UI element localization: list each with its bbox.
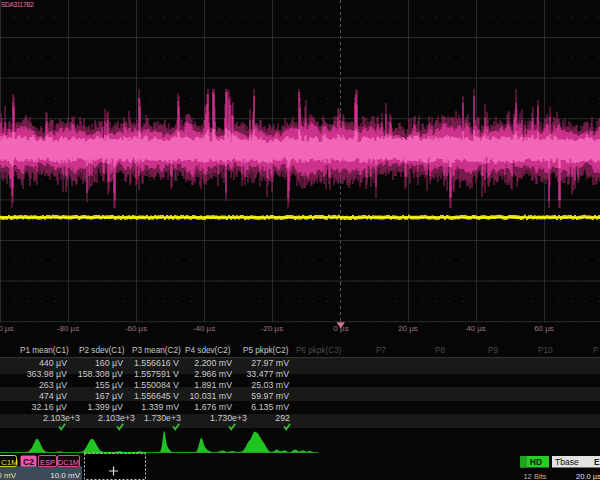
svg-text:2.103e+3: 2.103e+3 — [43, 413, 80, 423]
svg-text:160 µV: 160 µV — [95, 358, 123, 368]
svg-text:1.556645 V: 1.556645 V — [134, 391, 179, 401]
svg-text:27.97 mV: 27.97 mV — [251, 358, 289, 368]
svg-text:P10: P10 — [538, 346, 553, 355]
svg-text:C2: C2 — [23, 457, 34, 467]
svg-text:E: E — [594, 457, 600, 467]
svg-text:40 µs: 40 µs — [466, 324, 486, 333]
svg-text:25.03 mV: 25.03 mV — [251, 380, 289, 390]
svg-text:1.556616 V: 1.556616 V — [134, 358, 179, 368]
svg-text:1.730e+3: 1.730e+3 — [210, 413, 247, 423]
svg-text:292: 292 — [275, 413, 290, 423]
svg-text:2.103e+3: 2.103e+3 — [98, 413, 135, 423]
svg-text:1.557591 V: 1.557591 V — [134, 369, 179, 379]
svg-text:1.730e+3: 1.730e+3 — [144, 413, 181, 423]
svg-text:C1M: C1M — [1, 458, 18, 467]
svg-text:1.399 µV: 1.399 µV — [88, 402, 124, 412]
svg-text:P7: P7 — [376, 346, 386, 355]
svg-text:6.135 mV: 6.135 mV — [251, 402, 289, 412]
svg-text:363.98 µV: 363.98 µV — [27, 369, 67, 379]
svg-text:2.200 mV: 2.200 mV — [194, 358, 232, 368]
svg-text:ESP: ESP — [40, 458, 55, 467]
svg-text:P: P — [593, 346, 599, 355]
svg-text:0 mV: 0 mV — [0, 471, 17, 480]
svg-text:-80 µs: -80 µs — [57, 324, 79, 333]
svg-text:158.308 µV: 158.308 µV — [78, 369, 123, 379]
svg-text:-100 µs: -100 µs — [0, 324, 13, 333]
svg-text:-60 µs: -60 µs — [125, 324, 147, 333]
svg-text:155 µV: 155 µV — [95, 380, 123, 390]
svg-text:P5 pkpk(C2): P5 pkpk(C2) — [243, 346, 289, 355]
svg-text:1.339 mV: 1.339 mV — [141, 402, 179, 412]
svg-text:1.891 mV: 1.891 mV — [194, 380, 232, 390]
svg-text:33.477 mV: 33.477 mV — [246, 369, 289, 379]
svg-text:60 µs: 60 µs — [534, 324, 554, 333]
svg-text:DC1M: DC1M — [58, 458, 79, 467]
svg-text:-40 µs: -40 µs — [193, 324, 215, 333]
svg-text:Tbase: Tbase — [555, 457, 579, 467]
svg-text:263 µV: 263 µV — [39, 380, 67, 390]
svg-text:P6 pkpk(C3): P6 pkpk(C3) — [296, 346, 342, 355]
svg-text:P3 mean(C2): P3 mean(C2) — [132, 346, 181, 355]
svg-text:10.031 mV: 10.031 mV — [189, 391, 232, 401]
svg-text:1.550084 V: 1.550084 V — [134, 380, 179, 390]
svg-text:20 µs: 20 µs — [398, 324, 418, 333]
svg-text:P1 mean(C1): P1 mean(C1) — [20, 346, 69, 355]
svg-text:474 µV: 474 µV — [39, 391, 67, 401]
svg-text:1.676 mV: 1.676 mV — [194, 402, 232, 412]
svg-text:2.966 mV: 2.966 mV — [194, 369, 232, 379]
svg-text:20.0 µs: 20.0 µs — [576, 472, 600, 480]
svg-text:167 µV: 167 µV — [95, 391, 123, 401]
svg-text:P4 sdev(C2): P4 sdev(C2) — [185, 346, 231, 355]
svg-text:SDA3117B2: SDA3117B2 — [1, 1, 34, 8]
svg-text:-20 µs: -20 µs — [261, 324, 283, 333]
svg-text:32.16 µV: 32.16 µV — [32, 402, 68, 412]
svg-text:10.0 mV: 10.0 mV — [50, 471, 80, 480]
svg-text:HD: HD — [530, 457, 542, 467]
svg-text:P2 sdev(C1): P2 sdev(C1) — [79, 346, 125, 355]
svg-text:59.97 mV: 59.97 mV — [251, 391, 289, 401]
svg-text:440 µV: 440 µV — [39, 358, 67, 368]
svg-text:12 Bits: 12 Bits — [523, 472, 546, 480]
svg-text:P9: P9 — [488, 346, 498, 355]
svg-text:P8: P8 — [435, 346, 445, 355]
